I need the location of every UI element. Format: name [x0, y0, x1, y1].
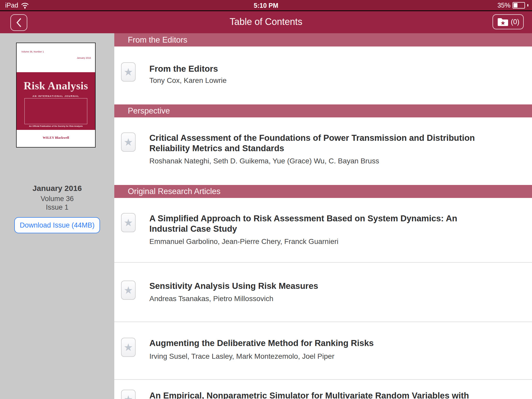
row-divider [114, 322, 532, 322]
star-icon: ★ [124, 342, 133, 353]
cover-bottom-band: WILEY Blackwell [17, 130, 95, 147]
cover-publication-note: An Official Publication of the Society f… [17, 125, 95, 127]
favorite-star-button[interactable]: ★ [121, 213, 136, 232]
favorite-star-button[interactable]: ★ [121, 390, 136, 399]
status-bar: iPad 5:10 PM 35% [0, 0, 532, 10]
article-title[interactable]: A Simplified Approach to Risk Assessment… [149, 213, 495, 234]
article-authors: Roshanak Nateghi, Seth D. Guikema, Yue (… [149, 157, 495, 165]
journal-subtitle: AN INTERNATIONAL JOURNAL [17, 95, 95, 97]
article-title[interactable]: Critical Assessment of the Foundations o… [149, 133, 495, 154]
star-icon: ★ [124, 217, 133, 228]
toc-content: From the Editors ★ From the Editors Tony… [114, 33, 532, 399]
star-icon: ★ [124, 285, 133, 295]
battery-percent-label: 35% [497, 2, 510, 9]
journal-wordmark: Risk Analysis [17, 79, 95, 92]
battery-nub [527, 4, 528, 6]
cover-frame [24, 98, 87, 124]
page-title: Table of Contents [0, 16, 532, 27]
issue-sidebar: Volume 36, Number 1 January 2016 Risk An… [0, 33, 114, 399]
favorites-button[interactable]: ★ (0) [493, 14, 524, 29]
svg-text:★: ★ [500, 20, 506, 26]
star-icon: ★ [124, 67, 133, 77]
cover-date-text: January 2016 [77, 57, 91, 59]
section-header-label: Perspective [128, 106, 170, 116]
cover-maroon-band: Risk Analysis AN INTERNATIONAL JOURNAL A… [17, 72, 95, 131]
cover-volume-text: Volume 36, Number 1 [21, 50, 44, 53]
section-header-original-research-articles: Original Research Articles [114, 185, 532, 198]
section-header-perspective: Perspective [114, 104, 532, 117]
favorite-star-button[interactable]: ★ [121, 62, 136, 82]
favorites-count: (0) [511, 18, 520, 26]
section-header-label: From the Editors [128, 35, 187, 45]
navigation-bar: Table of Contents ★ (0) [0, 11, 532, 33]
issue-number: Issue 1 [0, 203, 114, 211]
article-authors: Irving Susel, Trace Lasley, Mark Monteze… [149, 352, 495, 361]
cover-top-band: Volume 36, Number 1 January 2016 [17, 43, 95, 72]
favorite-star-button[interactable]: ★ [121, 338, 136, 357]
journal-cover: Volume 36, Number 1 January 2016 Risk An… [16, 43, 96, 148]
article-authors: Andreas Tsanakas, Pietro Millossovich [149, 295, 495, 303]
row-divider [114, 379, 532, 380]
article-title[interactable]: From the Editors [149, 64, 495, 74]
article-authors: Emmanuel Garbolino, Jean-Pierre Chery, F… [149, 237, 495, 246]
section-header-from-the-editors: From the Editors [114, 33, 532, 46]
issue-volume: Volume 36 [0, 195, 114, 203]
article-title[interactable]: Sensitivity Analysis Using Risk Measures [149, 281, 495, 291]
section-header-label: Original Research Articles [128, 187, 221, 196]
favorites-folder-icon: ★ [497, 17, 509, 27]
star-icon: ★ [124, 137, 133, 147]
article-title[interactable]: Augmenting the Deliberative Method for R… [149, 338, 495, 348]
favorite-star-button[interactable]: ★ [121, 281, 136, 300]
star-icon: ★ [124, 394, 133, 399]
article-title[interactable]: An Empirical, Nonparametric Simulator fo… [149, 390, 495, 399]
battery-icon [513, 2, 525, 9]
status-time: 5:10 PM [0, 2, 532, 9]
publisher-logo-text: WILEY Blackwell [17, 136, 95, 140]
download-issue-button[interactable]: Download Issue (44MB) [14, 217, 100, 233]
article-authors: Tony Cox, Karen Lowrie [149, 76, 495, 85]
favorite-star-button[interactable]: ★ [121, 132, 136, 152]
app-screen: iPad 5:10 PM 35% Table of Contents [0, 0, 532, 399]
issue-date: January 2016 [0, 184, 114, 193]
row-divider [114, 262, 532, 263]
